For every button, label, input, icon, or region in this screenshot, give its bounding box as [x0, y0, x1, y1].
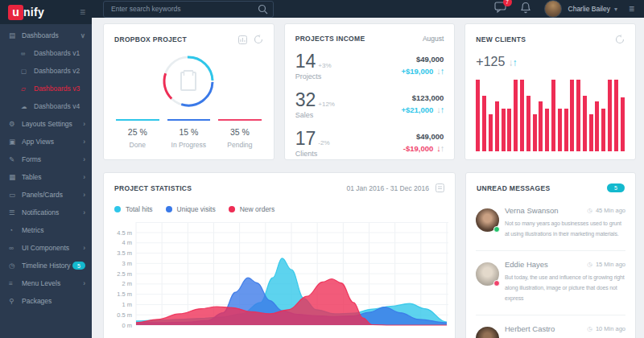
bar	[621, 97, 625, 151]
chevron-right-icon: ›	[83, 208, 85, 216]
svg-text:1.5 m: 1.5 m	[117, 291, 132, 298]
svg-text:0 m: 0 m	[122, 322, 132, 329]
arrow-up-icon: ↑	[440, 66, 444, 76]
sidebar-item-ui-components[interactable]: ∞UI Components›	[0, 239, 92, 257]
clock-icon: ◷	[587, 261, 592, 268]
sidebar-toggle-icon[interactable]: ≡	[80, 7, 85, 17]
avatar	[476, 327, 499, 338]
sidebar-item-dashboards[interactable]: ▤Dashboards∨	[0, 27, 92, 44]
sidebar-item-dashboards-v1[interactable]: ∞Dashboards v1	[0, 44, 92, 62]
date-range[interactable]: 01 Jan 2016 - 31 Dec 2016	[346, 184, 429, 192]
stat-in-progress: 15 % In Progress	[167, 119, 211, 149]
bar	[482, 96, 486, 151]
clock-icon: ◔	[9, 226, 22, 234]
clipboard-icon	[180, 72, 196, 91]
sidebar-item-timeline-history[interactable]: ◷Timeline History5	[0, 257, 92, 274]
gear-icon: ⚙	[9, 120, 22, 128]
refresh-icon[interactable]	[254, 35, 263, 44]
projects-income-card: PROJECTS INCOME August 14+3% Projects $4…	[284, 23, 456, 160]
timeline-badge: 5	[72, 262, 85, 270]
sidebar-item-panels-cards[interactable]: ▭Panels/Cards›	[0, 186, 92, 204]
bar	[502, 109, 506, 151]
search-icon[interactable]	[258, 3, 268, 18]
bar	[570, 80, 574, 151]
dropbox-project-card: DROPBOX PROJECT 25 % Done	[103, 23, 275, 160]
sidebar-item-app-views[interactable]: ▣App Views›	[0, 133, 92, 150]
menu-icon: ≡	[9, 279, 22, 287]
pencil-icon: ✎	[9, 155, 22, 163]
refresh-icon[interactable]	[615, 35, 625, 44]
bar	[533, 114, 537, 151]
logo-row: unify ≡	[0, 0, 92, 24]
legend-item[interactable]: Total hits	[114, 205, 153, 213]
calendar-icon[interactable]	[436, 183, 444, 192]
legend-label: Unique visits	[177, 205, 216, 213]
logo-u-mark: u	[8, 5, 23, 20]
logo[interactable]: unify	[8, 5, 80, 20]
stat-pending: 35 % Pending	[218, 119, 262, 149]
chevron-right-icon: ›	[83, 155, 85, 163]
unread-messages-card: UNREAD MESSAGES 5 Verna Swanson◷45 Min a…	[465, 172, 636, 338]
new-clients-card: NEW CLIENTS +125↓↑	[464, 23, 636, 160]
truck-icon: ▱	[21, 85, 34, 93]
bar	[614, 80, 618, 151]
sidebar-item-layouts-settings[interactable]: ⚙Layouts Settings›	[0, 115, 92, 133]
sidebar-item-dashboards-v2[interactable]: ▢Dashboards v2	[0, 62, 92, 80]
clock-icon: ◷	[587, 325, 592, 332]
sidebar-nav: ▤Dashboards∨ ∞Dashboards v1 ▢Dashboards …	[0, 24, 92, 310]
message-item[interactable]: Herbert Castro◷10 Min ago But today, the…	[466, 315, 635, 338]
infinity-icon: ∞	[9, 244, 22, 252]
bell-icon[interactable]	[520, 2, 531, 17]
bar	[545, 109, 549, 151]
sidebar-item-notifications[interactable]: ☰Notifications›	[0, 204, 92, 221]
bar	[589, 114, 593, 151]
svg-text:3.5 m: 3.5 m	[117, 249, 132, 257]
avatar[interactable]	[544, 0, 562, 18]
message-item[interactable]: Verna Swanson◷45 Min ago Not so many yea…	[466, 200, 635, 250]
monitor-icon: ▢	[21, 68, 34, 75]
app: unify ≡ ▤Dashboards∨ ∞Dashboards v1 ▢Das…	[0, 0, 644, 338]
sidebar-item-menu-levels[interactable]: ≡Menu Levels›	[0, 274, 92, 292]
bar	[520, 80, 524, 151]
topbar-menu-icon[interactable]: ≡	[629, 3, 634, 14]
chart-icon[interactable]	[238, 35, 247, 44]
user-name[interactable]: Charlie Bailey	[568, 5, 610, 13]
search	[103, 0, 274, 18]
grid-icon: ▦	[9, 173, 22, 181]
bar	[576, 80, 580, 151]
status-dot	[493, 226, 500, 233]
logo-text: nify	[23, 6, 44, 19]
bar	[564, 109, 568, 151]
search-input[interactable]	[103, 1, 274, 18]
bar	[526, 96, 530, 151]
messages-icon[interactable]: 7	[494, 2, 507, 16]
chevron-right-icon: ›	[83, 191, 85, 199]
chart-legend: Total hitsUnique visitsNew orders	[104, 192, 455, 213]
bar	[514, 80, 518, 151]
card-title: PROJECT STATISTICS	[114, 184, 192, 192]
legend-dot	[229, 206, 235, 212]
sidebar-item-metrics[interactable]: ◔Metrics	[0, 221, 92, 239]
sidebar-item-dashboards-v3[interactable]: ▱Dashboards v3	[0, 80, 92, 97]
arrow-up-icon: ↑	[440, 143, 444, 153]
chevron-down-icon[interactable]: ▾	[614, 6, 617, 13]
svg-text:1 m: 1 m	[122, 301, 132, 308]
clock-icon: ◷	[587, 207, 592, 214]
topbar: 7 Charlie Bailey ▾ ≡	[92, 0, 644, 18]
project-statistics-card: PROJECT STATISTICS 01 Jan 2016 - 31 Dec …	[103, 172, 456, 338]
legend-item[interactable]: Unique visits	[166, 205, 216, 213]
legend-item[interactable]: New orders	[229, 205, 275, 213]
card-title: DROPBOX PROJECT	[114, 35, 187, 43]
svg-text:3 m: 3 m	[122, 260, 132, 267]
messages-list: Verna Swanson◷45 Min ago Not so many yea…	[466, 200, 635, 338]
sidebar: unify ≡ ▤Dashboards∨ ∞Dashboards v1 ▢Das…	[0, 0, 92, 338]
svg-text:4 m: 4 m	[122, 239, 132, 246]
sidebar-item-dashboards-v4[interactable]: ☁Dashboards v4	[0, 97, 92, 115]
message-item[interactable]: Eddie Hayes◷15 Min ago But today, the us…	[466, 250, 635, 315]
sidebar-item-packages[interactable]: ⚲Packages	[0, 292, 92, 310]
sidebar-item-forms[interactable]: ✎Forms›	[0, 150, 92, 168]
sidebar-item-tables[interactable]: ▦Tables›	[0, 168, 92, 186]
messages-badge: 7	[503, 0, 512, 6]
svg-text:4.5 m: 4.5 m	[117, 229, 132, 237]
legend-dot	[166, 206, 172, 212]
